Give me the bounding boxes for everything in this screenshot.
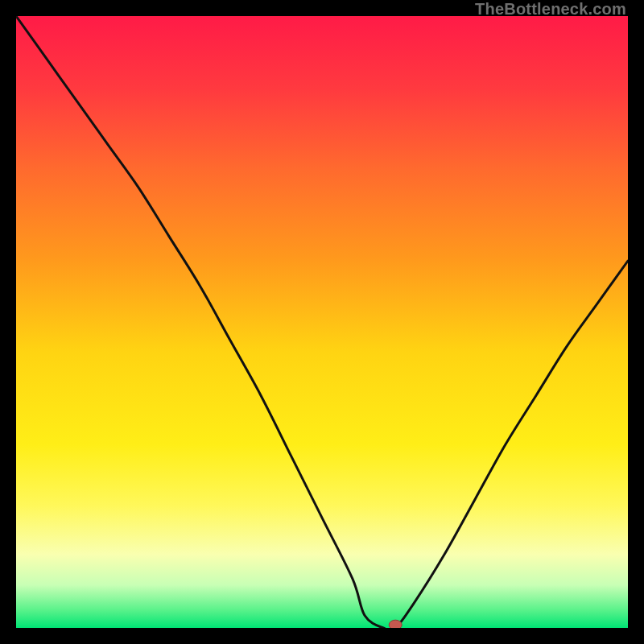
plot-area (16, 16, 628, 628)
chart-frame: TheBottleneck.com (0, 0, 644, 644)
curve-path (16, 16, 628, 628)
bottleneck-marker (389, 620, 402, 628)
bottleneck-curve (16, 16, 628, 628)
